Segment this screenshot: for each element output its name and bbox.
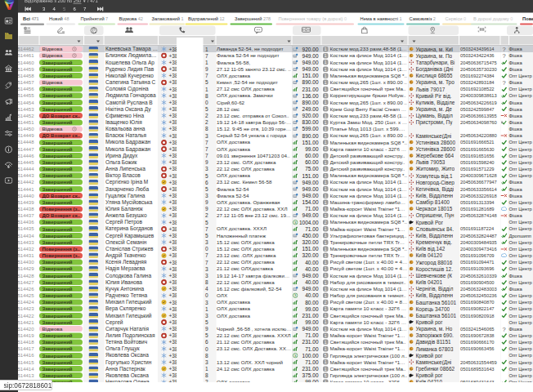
svg-text:$: $: [294, 293, 297, 297]
svg-text:$: $: [294, 220, 297, 224]
svg-text:$: $: [294, 354, 297, 358]
